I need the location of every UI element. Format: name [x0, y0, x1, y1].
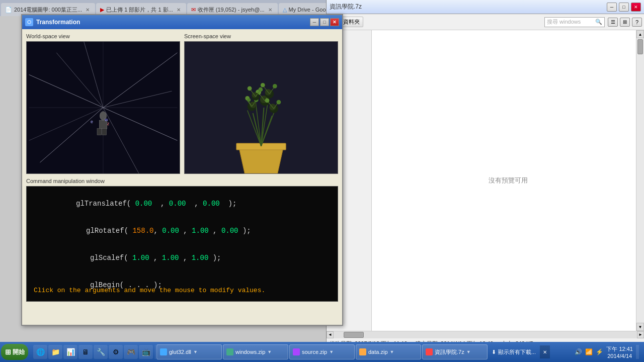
svg-text:z: z [107, 121, 110, 126]
source-dropdown[interactable]: ▼ [329, 349, 334, 354]
view-controls: ☰ ⊞ ? [607, 18, 642, 27]
svg-line-3 [29, 75, 103, 108]
scroll-down-arrow[interactable]: ▼ [636, 323, 644, 331]
taskbar-source[interactable]: source.zip ▼ [289, 344, 355, 359]
explorer-win-controls: ─ □ ✕ [606, 3, 641, 12]
explorer-minimize[interactable]: ─ [607, 3, 617, 12]
windows-label: windows.zip [235, 349, 265, 355]
scroll-up-arrow[interactable]: ▲ [636, 30, 644, 38]
system-tray: 🔊 📶 ⚡ 下午 12:41 2014/4/14 [571, 345, 643, 359]
rotate-line[interactable]: glRotatef( 158.0, 0.00 , 1.00 , 0.00 ); [44, 219, 331, 243]
minimize-button[interactable]: ─ [310, 18, 319, 26]
app3-icon[interactable]: ⚙ [109, 345, 123, 359]
svg-point-59 [273, 84, 277, 88]
vertical-scrollbar[interactable]: ▲ ▼ [636, 30, 644, 331]
search-icon[interactable]: 🔍 [595, 19, 602, 25]
ppt-icon[interactable]: 📊 [63, 345, 77, 359]
scroll-track[interactable] [636, 38, 644, 323]
translate-line[interactable]: glTranslatef( 0.00 , 0.00 , 0.00 ); [34, 192, 331, 216]
taskbar-data[interactable]: data.zip ▼ [356, 344, 421, 359]
tab3-close[interactable]: ✕ [267, 6, 274, 13]
scale-z[interactable]: 1.00 [187, 254, 208, 262]
app4-icon[interactable]: 🎮 [124, 345, 138, 359]
svg-line-2 [103, 53, 177, 108]
show-downloads-button[interactable]: ⬇ 顯示所有下載... [489, 348, 539, 356]
clock-date: 2014/4/14 [607, 353, 632, 359]
svg-rect-13 [97, 128, 102, 135]
window-controls: ─ □ ✕ [310, 18, 339, 26]
cmd-hint: Click on the arguments and move the mous… [34, 287, 331, 294]
transformation-window: ⬡ Transformation ─ □ ✕ World-space view [21, 14, 343, 326]
taskbar-windows[interactable]: windows.zip ▼ [223, 344, 288, 359]
cmd-section: Command manipulation window glTranslatef… [26, 178, 338, 321]
download-icon: ⬇ [492, 349, 496, 355]
cmd-window[interactable]: glTranslatef( 0.00 , 0.00 , 0.00 ); glRo… [26, 186, 338, 302]
tab2-icon: ▶ [100, 7, 104, 13]
world-svg: e w z [27, 42, 180, 173]
close-button[interactable]: ✕ [330, 18, 339, 26]
svg-line-9 [103, 108, 139, 173]
translate-x[interactable]: 0.00 [131, 200, 156, 208]
app2-icon[interactable]: 🔧 [94, 345, 108, 359]
source-icon [293, 348, 300, 355]
tab2-close[interactable]: ✕ [175, 6, 182, 13]
tab3-label: 收件匣 (19,052) - jsyeh@... [198, 6, 265, 14]
horizontal-scrollbar[interactable]: ◄ ► [327, 331, 644, 338]
tray-icon2[interactable]: 📶 [585, 348, 593, 355]
taskbar-glut[interactable]: glut32.dll ▼ [156, 344, 222, 359]
rotate-func: glRotatef( [86, 227, 128, 235]
download-label: 顯示所有下載... [498, 348, 536, 356]
tab2-label: 已上傳 1 部影片，共 1 影... [106, 6, 173, 14]
scale-x[interactable]: 1.00 [128, 254, 149, 262]
view-details-btn[interactable]: ☰ [608, 18, 618, 27]
tray-icon1[interactable]: 🔊 [575, 348, 582, 355]
screen-view-panel: Screen-space view [184, 33, 338, 174]
preview-area: 沒有預覽可用 [372, 30, 644, 331]
explorer-close[interactable]: ✕ [631, 3, 641, 12]
start-button[interactable]: ⊞ 開始 [1, 344, 28, 360]
scroll-thumb[interactable] [637, 39, 643, 54]
clock[interactable]: 下午 12:41 2014/4/14 [606, 345, 633, 359]
maximize-button[interactable]: □ [320, 18, 329, 26]
data-dropdown[interactable]: ▼ [390, 349, 394, 354]
scale-func: glScalef( [90, 254, 128, 262]
app1-icon[interactable]: 🖥 [78, 345, 93, 359]
app5-icon[interactable]: 📺 [139, 345, 153, 359]
close-download-bar[interactable]: ✕ [540, 345, 550, 358]
scroll-right-arrow[interactable]: ► [637, 331, 644, 338]
show-desktop-btn[interactable] [636, 345, 639, 359]
translate-y[interactable]: 0.00 [165, 200, 190, 208]
tray-icon3[interactable]: ⚡ [596, 348, 603, 355]
scroll-left-arrow[interactable]: ◄ [327, 331, 334, 338]
explorer-maximize[interactable]: □ [619, 3, 629, 12]
view-icon-btn[interactable]: ⊞ [620, 18, 630, 27]
svg-text:e: e [91, 119, 93, 124]
chrome-icon[interactable]: 🌐 [33, 345, 47, 359]
translate-z[interactable]: 0.00 [199, 200, 224, 208]
taskbar: ⊞ 開始 🌐 📁 📊 🖥 🔧 ⚙ 🎮 📺 glut32.dll ▼ window… [0, 342, 644, 362]
explorer-icon[interactable]: 📁 [48, 345, 62, 359]
rotate-x[interactable]: 0.00 [158, 227, 179, 235]
7z-dropdown[interactable]: ▼ [466, 349, 471, 354]
screen-view-canvas [184, 41, 338, 174]
explorer-search-box[interactable]: 搜尋 windows 🔍 [544, 17, 605, 27]
transform-title: Transformation [36, 19, 80, 26]
windows-zip-icon [226, 348, 233, 355]
h-scroll-thumb[interactable] [344, 332, 364, 338]
world-view-panel: World-space view [26, 33, 180, 174]
world-view-canvas: e w z [26, 41, 180, 174]
rotate-y[interactable]: 1.00 [188, 227, 209, 235]
rotate-z[interactable]: 0.00 [217, 227, 243, 235]
windows-dropdown[interactable]: ▼ [267, 349, 272, 354]
scale-line[interactable]: glScalef( 1.00 , 1.00 , 1.00 ); [48, 246, 331, 270]
taskbar-7z[interactable]: 資訊學院.7z ▼ [422, 344, 488, 359]
cmd-label: Command manipulation window [26, 178, 338, 184]
svg-point-46 [265, 98, 270, 103]
rotate-angle[interactable]: 158.0 [128, 227, 153, 235]
tab1-close[interactable]: ✕ [84, 6, 91, 13]
h-scroll-track[interactable] [334, 331, 637, 338]
search-placeholder: 搜尋 windows [547, 18, 595, 26]
help-btn[interactable]: ? [632, 18, 642, 27]
scale-y[interactable]: 1.00 [157, 254, 179, 262]
glut-dropdown[interactable]: ▼ [193, 349, 198, 354]
